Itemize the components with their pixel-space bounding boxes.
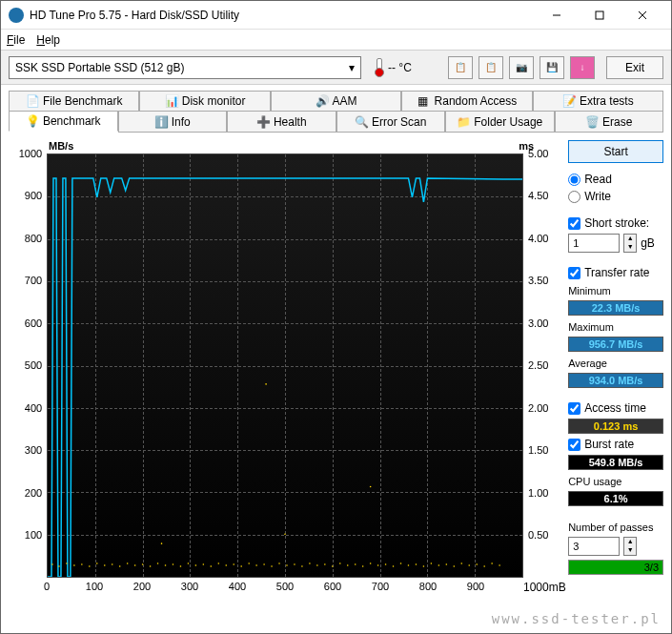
ytick: 900 [25, 190, 42, 201]
svg-point-40 [324, 563, 326, 565]
svg-point-66 [370, 486, 372, 488]
xtick-last: 1000mB [523, 581, 566, 594]
menu-file[interactable]: File [7, 33, 25, 47]
svg-point-35 [286, 564, 288, 566]
close-button[interactable] [621, 1, 663, 29]
screenshot-button[interactable]: 📷 [509, 56, 534, 79]
y2tick: 4.50 [528, 190, 548, 201]
svg-point-38 [309, 562, 311, 564]
start-button[interactable]: Start [568, 140, 663, 163]
svg-point-14 [127, 562, 129, 564]
svg-point-34 [278, 562, 280, 564]
y-left-label: MB/s [49, 140, 73, 152]
short-stroke-check[interactable]: Short stroke: [568, 216, 663, 230]
svg-point-43 [347, 564, 349, 566]
tab-file-benchmark[interactable]: 📄File Benchmark [9, 91, 139, 112]
tab-error-scan[interactable]: 🔍Error Scan [336, 112, 446, 133]
svg-point-10 [96, 562, 98, 564]
tab-random-access[interactable]: ▦Random Access [401, 91, 532, 112]
erase-icon: 🗑️ [585, 115, 599, 129]
options-button[interactable]: ↓ [570, 56, 595, 79]
svg-point-22 [188, 562, 190, 564]
y2tick: 2.50 [528, 359, 548, 371]
svg-point-6 [66, 562, 68, 564]
side-panel: Start Read Write Short stroke: ▲▼ gB Tra… [568, 140, 663, 607]
xtick: 500 [276, 581, 294, 592]
svg-point-20 [173, 563, 174, 565]
transfer-rate-check[interactable]: Transfer rate [568, 266, 663, 279]
xtick: 900 [467, 581, 484, 592]
access-time-check[interactable]: Access time [568, 401, 663, 415]
svg-point-5 [58, 565, 60, 567]
svg-point-41 [332, 565, 334, 567]
svg-point-31 [255, 564, 257, 566]
svg-point-56 [446, 563, 448, 565]
maximize-button[interactable] [578, 1, 621, 29]
y2tick: 1.50 [528, 444, 548, 456]
ytick: 400 [25, 402, 42, 414]
short-stroke-spin[interactable]: ▲▼ [623, 234, 637, 253]
tab-aam[interactable]: 🔊AAM [271, 91, 401, 112]
y2tick: 4.00 [528, 233, 548, 244]
svg-point-16 [142, 563, 144, 565]
short-stroke-input[interactable] [568, 234, 620, 253]
xtick: 600 [324, 581, 341, 592]
svg-point-33 [271, 565, 273, 567]
ytick: 800 [25, 233, 42, 244]
tab-erase[interactable]: 🗑️Erase [555, 112, 664, 133]
random-access-icon: ▦ [417, 94, 431, 108]
minimum-label: Minimum [568, 285, 663, 297]
svg-point-18 [157, 562, 159, 564]
passes-input[interactable] [568, 537, 620, 556]
svg-point-55 [438, 564, 440, 566]
chevron-down-icon: ▾ [349, 61, 355, 74]
maximum-value: 956.7 MB/s [568, 337, 663, 352]
minimize-button[interactable] [535, 1, 578, 29]
burst-rate-check[interactable]: Burst rate [568, 438, 663, 451]
write-radio[interactable]: Write [568, 190, 663, 203]
device-select[interactable]: SSK SSD Portable SSD (512 gB) ▾ [9, 56, 361, 79]
average-label: Average [568, 358, 663, 369]
svg-point-53 [423, 565, 425, 567]
tab-extra-tests[interactable]: 📝Extra tests [533, 91, 663, 112]
svg-point-50 [400, 562, 402, 564]
health-icon: ➕ [256, 115, 270, 129]
ytick: 700 [25, 275, 42, 286]
save-button[interactable]: 💾 [540, 56, 564, 79]
svg-point-21 [180, 565, 182, 567]
copy-info-button[interactable]: 📋 [448, 56, 473, 79]
benchmark-icon: 💡 [26, 114, 39, 128]
app-icon [9, 8, 24, 23]
tab-disk-monitor[interactable]: 📊Disk monitor [139, 91, 270, 112]
cpu-usage-label: CPU usage [568, 476, 663, 487]
svg-point-28 [233, 563, 234, 565]
y2tick: 2.00 [528, 402, 548, 414]
svg-point-57 [453, 565, 455, 567]
svg-point-24 [203, 563, 205, 565]
minimum-value: 22.3 MB/s [568, 300, 663, 316]
svg-point-25 [211, 565, 213, 567]
ytick: 300 [25, 444, 42, 456]
svg-point-51 [408, 564, 410, 566]
tab-health[interactable]: ➕Health [227, 112, 336, 133]
exit-button[interactable]: Exit [606, 56, 663, 79]
tabs: 📄File Benchmark 📊Disk monitor 🔊AAM ▦Rand… [1, 85, 671, 133]
titlebar: HD Tune Pro 5.75 - Hard Disk/SSD Utility [1, 1, 671, 30]
y2tick: 3.50 [528, 275, 548, 286]
tab-benchmark[interactable]: 💡Benchmark [9, 111, 118, 132]
menubar: File Help [1, 30, 671, 51]
ytick: 1000 [19, 148, 42, 159]
svg-point-48 [385, 563, 387, 565]
chart-canvas [47, 153, 523, 578]
passes-spin[interactable]: ▲▼ [623, 537, 637, 556]
svg-point-23 [195, 564, 197, 566]
device-select-text: SSK SSD Portable SSD (512 gB) [15, 61, 184, 74]
tab-folder-usage[interactable]: 📁Folder Usage [445, 112, 555, 133]
read-radio[interactable]: Read [568, 173, 663, 186]
copy-screenshot-button[interactable]: 📋 [479, 56, 503, 79]
watermark: www.ssd-tester.pl [492, 611, 661, 626]
y2tick: 5.00 [528, 148, 548, 159]
tab-info[interactable]: ℹ️Info [118, 112, 228, 133]
average-value: 934.0 MB/s [568, 373, 663, 388]
menu-help[interactable]: Help [36, 33, 60, 47]
